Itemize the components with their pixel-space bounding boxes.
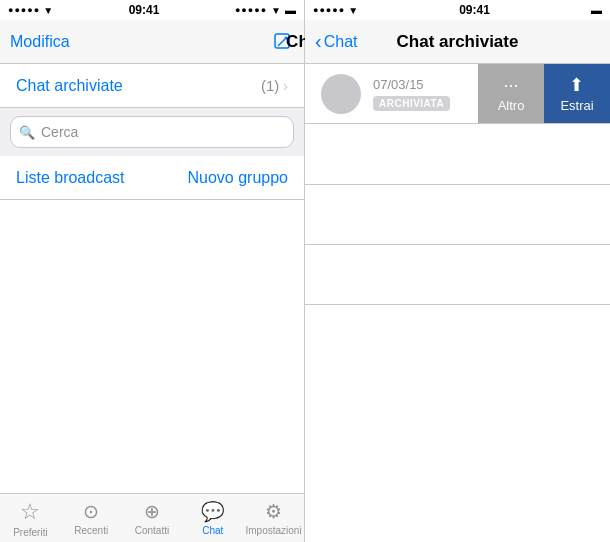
tab-chat-label: Chat: [202, 525, 223, 536]
left-signal-area: ●●●●● ▼: [8, 5, 53, 16]
right-panel: ●●●●● ▼ 09:41 ▬ ‹ Chat Chat archiviate 0…: [305, 0, 610, 542]
back-chevron-icon: ‹: [315, 30, 322, 53]
archived-row[interactable]: Chat archiviate (1) ›: [0, 64, 304, 108]
tab-recenti-label: Recenti: [74, 525, 108, 536]
wifi-icon-right: ▼: [271, 5, 281, 16]
back-label: Chat: [324, 33, 358, 51]
archived-count: (1): [261, 77, 279, 94]
tab-recenti[interactable]: ⊙ Recenti: [61, 500, 122, 536]
gear-icon: ⚙: [265, 500, 282, 523]
right-wifi: ▼: [348, 5, 358, 16]
right-battery-area: ▬: [591, 4, 602, 16]
divider-1: [305, 184, 610, 185]
right-time: 09:41: [459, 3, 490, 17]
estrai-button-inner: ⬆ Estrai: [560, 74, 593, 113]
right-nav-title: Chat archiviate: [397, 32, 519, 52]
archived-date: 07/03/15: [373, 77, 424, 92]
person-icon: ⊕: [144, 500, 160, 523]
signal-dots: ●●●●●: [8, 5, 40, 15]
tab-impostazioni-label: Impostazioni: [246, 525, 302, 536]
tab-bar: ☆ Preferiti ⊙ Recenti ⊕ Contatti 💬 Chat …: [0, 493, 304, 542]
estrai-label: Estrai: [560, 98, 593, 113]
chat-list: [0, 200, 304, 493]
right-status-bar: ●●●●● ▼ 09:41 ▬: [305, 0, 610, 20]
back-button[interactable]: ‹ Chat: [315, 30, 357, 53]
divider-3: [305, 304, 610, 305]
wifi-icon: ▼: [43, 5, 53, 16]
star-icon: ☆: [20, 499, 40, 525]
archived-row-left: Chat archiviate: [16, 77, 123, 95]
svg-line-1: [278, 41, 283, 46]
swipe-actions: ··· Altro ⬆ Estrai: [478, 64, 610, 123]
estrai-button[interactable]: ⬆ Estrai: [544, 64, 610, 123]
tab-chat[interactable]: 💬 Chat: [182, 500, 243, 536]
tab-impostazioni[interactable]: ⚙ Impostazioni: [243, 500, 304, 536]
search-icon: 🔍: [19, 125, 35, 140]
tab-preferiti[interactable]: ☆ Preferiti: [0, 499, 61, 538]
search-placeholder: Cerca: [41, 124, 78, 140]
archived-label: Chat archiviate: [16, 77, 123, 95]
archived-badge: ARCHIVIATA: [373, 96, 450, 111]
altro-button-inner: ··· Altro: [498, 75, 525, 113]
chat-icon: 💬: [201, 500, 225, 523]
search-bar[interactable]: 🔍 Cerca: [10, 116, 294, 148]
left-time: 09:41: [129, 3, 160, 17]
clock-icon: ⊙: [83, 500, 99, 523]
battery-icon: ▬: [285, 4, 296, 16]
tab-preferiti-label: Preferiti: [13, 527, 47, 538]
altro-label: Altro: [498, 98, 525, 113]
links-row: Liste broadcast Nuovo gruppo: [0, 156, 304, 200]
left-battery-area: ●●●●● ▼ ▬: [235, 4, 296, 16]
dots-icon: ···: [503, 75, 518, 96]
left-status-bar: ●●●●● ▼ 09:41 ●●●●● ▼ ▬: [0, 0, 304, 20]
broadcast-button[interactable]: Liste broadcast: [16, 169, 125, 187]
tab-contatti-label: Contatti: [135, 525, 169, 536]
archived-row-right: (1) ›: [261, 77, 288, 94]
edit-button[interactable]: Modifica: [10, 33, 70, 51]
tab-contatti[interactable]: ⊕ Contatti: [122, 500, 183, 536]
extract-icon: ⬆: [569, 74, 584, 96]
left-nav-bar: Modifica Chat: [0, 20, 304, 64]
archived-item[interactable]: 07/03/15 ARCHIVIATA › ··· Altro ⬆: [305, 64, 610, 124]
right-battery: ▬: [591, 4, 602, 16]
divider-2: [305, 244, 610, 245]
search-bar-container: 🔍 Cerca: [0, 108, 304, 156]
chevron-right-icon: ›: [283, 78, 288, 94]
right-nav-bar: ‹ Chat Chat archiviate: [305, 20, 610, 64]
avatar: [321, 74, 361, 114]
left-panel: ●●●●● ▼ 09:41 ●●●●● ▼ ▬ Modifica Chat Ch…: [0, 0, 305, 542]
right-signal-dots: ●●●●●: [313, 5, 345, 15]
archived-list: 07/03/15 ARCHIVIATA › ··· Altro ⬆: [305, 64, 610, 542]
altro-button[interactable]: ··· Altro: [478, 64, 544, 123]
right-signal-area: ●●●●● ▼: [313, 5, 358, 16]
new-group-button[interactable]: Nuovo gruppo: [187, 169, 288, 187]
right-signal: ●●●●●: [235, 5, 267, 15]
